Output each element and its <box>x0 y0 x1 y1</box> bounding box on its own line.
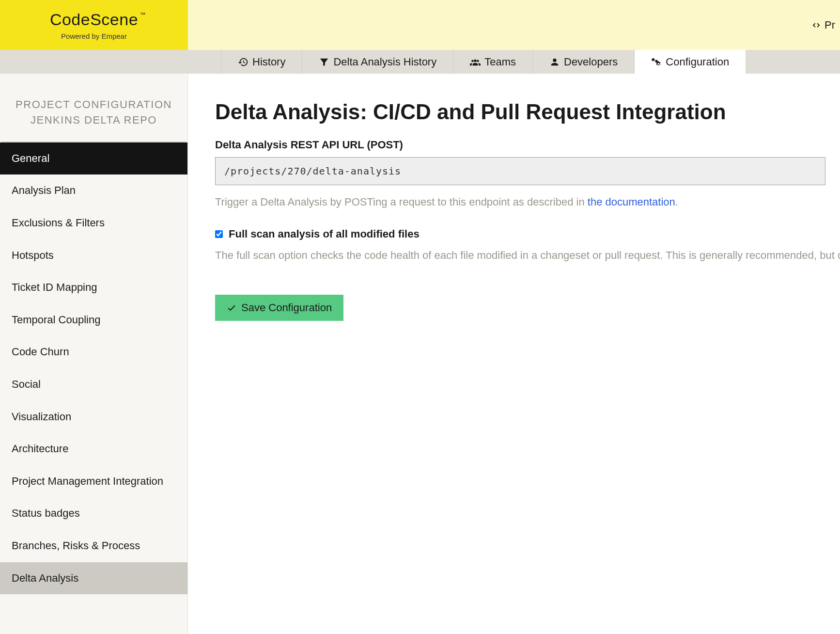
full-scan-help-text: The full scan option checks the code hea… <box>215 249 840 262</box>
tab-developers[interactable]: Developers <box>532 50 634 74</box>
topbar-right: Pr <box>188 0 840 50</box>
sidebar-item-code-churn[interactable]: Code Churn <box>0 336 187 368</box>
api-url-label: Delta Analysis REST API URL (POST) <box>215 139 840 151</box>
tab-configuration[interactable]: Configuration <box>634 50 746 74</box>
topbar-right-item[interactable]: Pr <box>811 19 835 32</box>
tab-label: Developers <box>564 56 618 68</box>
sidebar-item-status-badges[interactable]: Status badges <box>0 497 187 530</box>
sidebar-item-social[interactable]: Social <box>0 368 187 401</box>
sidebar-header-line2: JENKINS DELTA REPO <box>11 112 177 128</box>
sidebar: PROJECT CONFIGURATION JENKINS DELTA REPO… <box>0 74 188 634</box>
tabbar: History Delta Analysis History Teams Dev… <box>221 50 840 74</box>
sidebar-header-line1: PROJECT CONFIGURATION <box>11 97 177 112</box>
save-configuration-button[interactable]: Save Configuration <box>215 295 343 321</box>
tab-label: History <box>252 56 285 68</box>
sidebar-item-general[interactable]: General <box>0 143 187 175</box>
tab-label: Delta Analysis History <box>333 56 436 68</box>
trademark-symbol: ™ <box>140 11 146 18</box>
tab-history[interactable]: History <box>221 50 302 74</box>
teams-icon <box>470 57 481 67</box>
user-icon <box>549 57 560 67</box>
sidebar-item-temporal-coupling[interactable]: Temporal Coupling <box>0 304 187 336</box>
logo-text: CodeScene™ <box>50 10 138 29</box>
page-title: Delta Analysis: CI/CD and Pull Request I… <box>215 100 840 124</box>
logo-subtitle: Powered by Empear <box>61 32 127 40</box>
sidebar-item-delta-analysis[interactable]: Delta Analysis <box>0 562 187 595</box>
documentation-link[interactable]: the documentation <box>588 196 675 208</box>
topbar-right-label: Pr <box>824 19 835 32</box>
sidebar-item-exclusions-filters[interactable]: Exclusions & Filters <box>0 207 187 239</box>
sidebar-item-architecture[interactable]: Architecture <box>0 433 187 465</box>
code-icon <box>811 20 822 31</box>
content: Delta Analysis: CI/CD and Pull Request I… <box>188 74 840 634</box>
api-help-text: Trigger a Delta Analysis by POSTing a re… <box>215 196 840 208</box>
sidebar-item-branches-risks-process[interactable]: Branches, Risks & Process <box>0 530 187 562</box>
history-icon <box>238 57 249 67</box>
sidebar-item-visualization[interactable]: Visualization <box>0 401 187 433</box>
sidebar-item-project-management-integration[interactable]: Project Management Integration <box>0 465 187 498</box>
help-suffix: . <box>675 196 678 208</box>
filter-icon <box>319 57 329 67</box>
check-icon <box>227 303 236 313</box>
tabbar-spacer <box>0 50 188 74</box>
sidebar-item-hotspots[interactable]: Hotspots <box>0 239 187 272</box>
gears-icon <box>651 57 662 67</box>
sidebar-item-ticket-id-mapping[interactable]: Ticket ID Mapping <box>0 271 187 304</box>
save-button-label: Save Configuration <box>241 301 332 314</box>
tab-label: Teams <box>484 56 516 68</box>
main: PROJECT CONFIGURATION JENKINS DELTA REPO… <box>0 74 840 634</box>
help-prefix: Trigger a Delta Analysis by POSTing a re… <box>215 196 588 208</box>
tab-delta-analysis-history[interactable]: Delta Analysis History <box>302 50 453 74</box>
sidebar-header: PROJECT CONFIGURATION JENKINS DELTA REPO <box>1 74 187 143</box>
full-scan-checkbox-row: Full scan analysis of all modified files <box>215 228 840 240</box>
tab-label: Configuration <box>666 56 729 68</box>
full-scan-label: Full scan analysis of all modified files <box>229 228 420 240</box>
full-scan-checkbox[interactable] <box>215 230 223 238</box>
tabbar-row: History Delta Analysis History Teams Dev… <box>0 50 840 74</box>
topbar: CodeScene™ Powered by Empear Pr <box>0 0 840 50</box>
tab-teams[interactable]: Teams <box>453 50 532 74</box>
side-nav: General Analysis Plan Exclusions & Filte… <box>0 143 187 594</box>
logo-block[interactable]: CodeScene™ Powered by Empear <box>0 0 188 50</box>
api-url-box[interactable]: /projects/270/delta-analysis <box>215 157 825 185</box>
sidebar-item-analysis-plan[interactable]: Analysis Plan <box>0 174 187 207</box>
